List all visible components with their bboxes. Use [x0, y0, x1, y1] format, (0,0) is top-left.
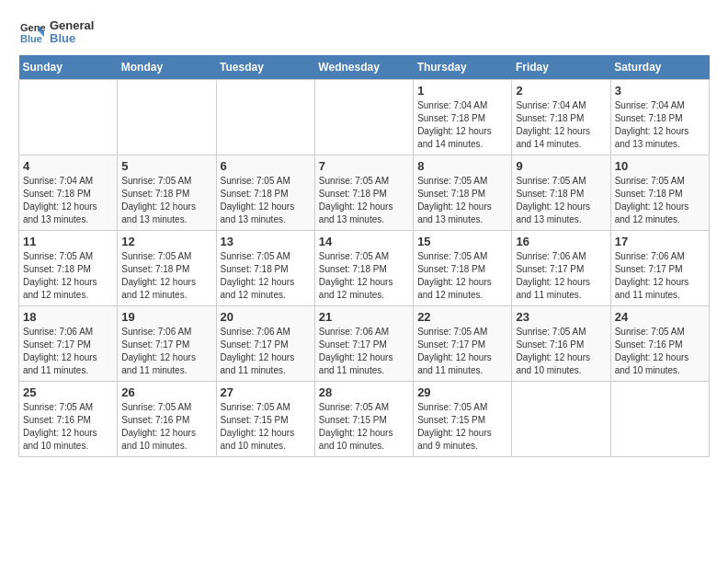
calendar-cell: 29Sunrise: 7:05 AM Sunset: 7:15 PM Dayli… — [414, 382, 512, 457]
logo: General Blue General Blue — [18, 18, 94, 46]
calendar-cell: 16Sunrise: 7:06 AM Sunset: 7:17 PM Dayli… — [512, 231, 610, 306]
day-number: 24 — [615, 310, 705, 324]
day-info: Sunrise: 7:05 AM Sunset: 7:16 PM Dayligh… — [121, 401, 211, 453]
calendar-cell: 10Sunrise: 7:05 AM Sunset: 7:18 PM Dayli… — [610, 155, 709, 231]
day-info: Sunrise: 7:05 AM Sunset: 7:16 PM Dayligh… — [516, 326, 606, 377]
calendar-cell — [216, 80, 314, 155]
calendar-cell: 22Sunrise: 7:05 AM Sunset: 7:17 PM Dayli… — [414, 306, 512, 382]
calendar-cell: 3Sunrise: 7:04 AM Sunset: 7:18 PM Daylig… — [610, 80, 709, 155]
calendar-cell: 7Sunrise: 7:05 AM Sunset: 7:18 PM Daylig… — [314, 155, 413, 231]
day-info: Sunrise: 7:05 AM Sunset: 7:18 PM Dayligh… — [23, 250, 113, 302]
day-number: 13 — [221, 235, 311, 248]
calendar-cell: 26Sunrise: 7:05 AM Sunset: 7:16 PM Dayli… — [118, 382, 216, 457]
day-info: Sunrise: 7:05 AM Sunset: 7:18 PM Dayligh… — [221, 250, 311, 302]
day-number: 4 — [23, 159, 113, 173]
weekday-header-tuesday: Tuesday — [216, 55, 314, 80]
day-number: 8 — [417, 159, 507, 173]
day-number: 15 — [417, 235, 507, 248]
calendar-cell: 25Sunrise: 7:05 AM Sunset: 7:16 PM Dayli… — [19, 382, 118, 457]
weekday-header-saturday: Saturday — [610, 55, 709, 80]
calendar-cell: 11Sunrise: 7:05 AM Sunset: 7:18 PM Dayli… — [19, 231, 118, 306]
calendar-cell: 5Sunrise: 7:05 AM Sunset: 7:18 PM Daylig… — [118, 155, 216, 231]
day-number: 12 — [121, 235, 211, 248]
day-number: 20 — [221, 310, 311, 324]
day-number: 19 — [121, 310, 211, 324]
day-number: 21 — [319, 310, 409, 324]
day-number: 3 — [615, 84, 705, 98]
day-info: Sunrise: 7:05 AM Sunset: 7:18 PM Dayligh… — [121, 175, 211, 226]
calendar-cell: 13Sunrise: 7:05 AM Sunset: 7:18 PM Dayli… — [216, 231, 314, 306]
calendar-week-5: 25Sunrise: 7:05 AM Sunset: 7:16 PM Dayli… — [19, 382, 710, 457]
day-info: Sunrise: 7:05 AM Sunset: 7:18 PM Dayligh… — [319, 175, 409, 226]
calendar-week-2: 4Sunrise: 7:04 AM Sunset: 7:18 PM Daylig… — [19, 155, 710, 231]
weekday-header-monday: Monday — [118, 55, 216, 80]
calendar-cell — [19, 80, 118, 155]
calendar-cell — [314, 80, 413, 155]
day-number: 14 — [319, 235, 409, 248]
calendar-cell: 21Sunrise: 7:06 AM Sunset: 7:17 PM Dayli… — [314, 306, 413, 382]
calendar-cell: 14Sunrise: 7:05 AM Sunset: 7:18 PM Dayli… — [314, 231, 413, 306]
day-info: Sunrise: 7:04 AM Sunset: 7:18 PM Dayligh… — [615, 99, 705, 151]
calendar-cell: 6Sunrise: 7:05 AM Sunset: 7:18 PM Daylig… — [216, 155, 314, 231]
calendar-week-4: 18Sunrise: 7:06 AM Sunset: 7:17 PM Dayli… — [19, 306, 710, 382]
svg-text:Blue: Blue — [20, 33, 42, 44]
day-info: Sunrise: 7:06 AM Sunset: 7:17 PM Dayligh… — [319, 326, 409, 377]
day-number: 27 — [221, 385, 311, 399]
calendar-cell: 17Sunrise: 7:06 AM Sunset: 7:17 PM Dayli… — [610, 231, 709, 306]
calendar-cell: 8Sunrise: 7:05 AM Sunset: 7:18 PM Daylig… — [414, 155, 512, 231]
day-info: Sunrise: 7:06 AM Sunset: 7:17 PM Dayligh… — [121, 326, 211, 377]
day-info: Sunrise: 7:05 AM Sunset: 7:18 PM Dayligh… — [516, 175, 606, 226]
day-number: 11 — [23, 235, 113, 248]
day-number: 6 — [221, 159, 311, 173]
day-number: 2 — [516, 84, 606, 98]
logo-general: General — [50, 19, 94, 32]
day-number: 22 — [417, 310, 507, 324]
calendar-cell: 18Sunrise: 7:06 AM Sunset: 7:17 PM Dayli… — [19, 306, 118, 382]
weekday-header-thursday: Thursday — [414, 55, 512, 80]
day-info: Sunrise: 7:05 AM Sunset: 7:16 PM Dayligh… — [615, 326, 705, 377]
calendar-week-3: 11Sunrise: 7:05 AM Sunset: 7:18 PM Dayli… — [19, 231, 710, 306]
day-number: 26 — [121, 385, 211, 399]
calendar-cell: 1Sunrise: 7:04 AM Sunset: 7:18 PM Daylig… — [414, 80, 512, 155]
calendar-cell: 20Sunrise: 7:06 AM Sunset: 7:17 PM Dayli… — [216, 306, 314, 382]
day-info: Sunrise: 7:05 AM Sunset: 7:15 PM Dayligh… — [417, 401, 507, 453]
day-info: Sunrise: 7:05 AM Sunset: 7:15 PM Dayligh… — [319, 401, 409, 453]
calendar-cell — [610, 382, 709, 457]
calendar-cell: 15Sunrise: 7:05 AM Sunset: 7:18 PM Dayli… — [414, 231, 512, 306]
day-number: 7 — [319, 159, 409, 173]
weekday-header-friday: Friday — [512, 55, 610, 80]
day-number: 18 — [23, 310, 113, 324]
logo-wordmark: General Blue — [50, 19, 94, 46]
calendar-cell: 2Sunrise: 7:04 AM Sunset: 7:18 PM Daylig… — [512, 80, 610, 155]
day-info: Sunrise: 7:06 AM Sunset: 7:17 PM Dayligh… — [23, 326, 113, 377]
day-info: Sunrise: 7:04 AM Sunset: 7:18 PM Dayligh… — [23, 175, 113, 226]
day-info: Sunrise: 7:04 AM Sunset: 7:18 PM Dayligh… — [516, 99, 606, 151]
calendar-cell: 27Sunrise: 7:05 AM Sunset: 7:15 PM Dayli… — [216, 382, 314, 457]
day-number: 10 — [615, 159, 705, 173]
day-number: 5 — [121, 159, 211, 173]
day-number: 25 — [23, 385, 113, 399]
day-info: Sunrise: 7:05 AM Sunset: 7:15 PM Dayligh… — [221, 401, 311, 453]
day-info: Sunrise: 7:06 AM Sunset: 7:17 PM Dayligh… — [615, 250, 705, 302]
day-number: 9 — [516, 159, 606, 173]
calendar-cell: 4Sunrise: 7:04 AM Sunset: 7:18 PM Daylig… — [19, 155, 118, 231]
logo-icon: General Blue — [18, 18, 46, 46]
day-number: 23 — [516, 310, 606, 324]
calendar-week-1: 1Sunrise: 7:04 AM Sunset: 7:18 PM Daylig… — [19, 80, 710, 155]
calendar-table: SundayMondayTuesdayWednesdayThursdayFrid… — [18, 55, 710, 457]
day-info: Sunrise: 7:05 AM Sunset: 7:18 PM Dayligh… — [319, 250, 409, 302]
calendar-header: SundayMondayTuesdayWednesdayThursdayFrid… — [19, 55, 710, 80]
day-number: 16 — [516, 235, 606, 248]
calendar-cell: 28Sunrise: 7:05 AM Sunset: 7:15 PM Dayli… — [314, 382, 413, 457]
logo-blue: Blue — [50, 32, 94, 45]
calendar-cell: 19Sunrise: 7:06 AM Sunset: 7:17 PM Dayli… — [118, 306, 216, 382]
calendar-cell — [512, 382, 610, 457]
weekday-header-wednesday: Wednesday — [314, 55, 413, 80]
day-info: Sunrise: 7:05 AM Sunset: 7:18 PM Dayligh… — [615, 175, 705, 226]
day-info: Sunrise: 7:04 AM Sunset: 7:18 PM Dayligh… — [417, 99, 507, 151]
day-number: 1 — [417, 84, 507, 98]
day-info: Sunrise: 7:05 AM Sunset: 7:16 PM Dayligh… — [23, 401, 113, 453]
day-number: 17 — [615, 235, 705, 248]
day-info: Sunrise: 7:05 AM Sunset: 7:18 PM Dayligh… — [221, 175, 311, 226]
weekday-header-sunday: Sunday — [19, 55, 118, 80]
